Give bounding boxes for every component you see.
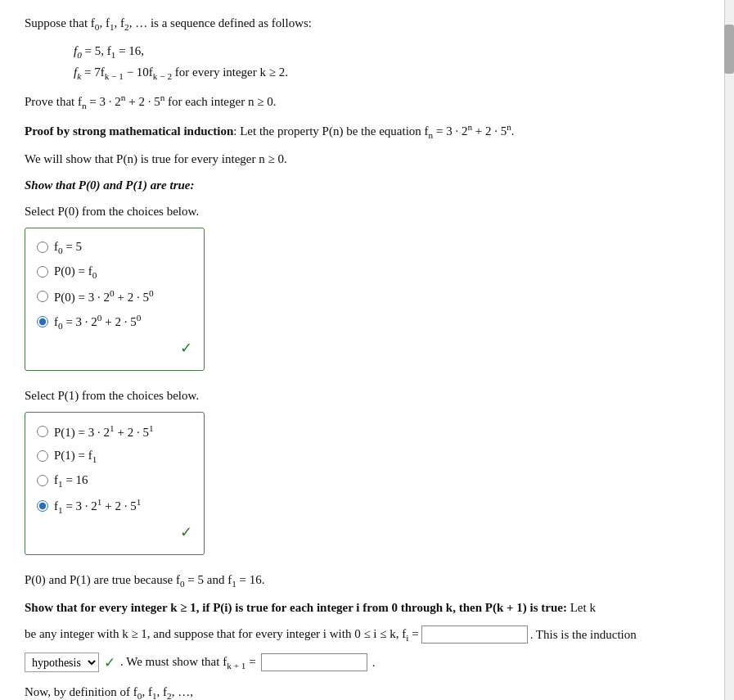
p0-choice-3-label: P(0) = 3 · 20 + 2 · 50 [54,286,154,307]
p1-choice-4-label: f1 = 3 · 21 + 2 · 51 [54,495,141,517]
sequence-definition: f0 = 5, f1 = 16, fk = 7fk − 1 − 10fk − 2… [74,41,709,84]
inductive-body: be any integer with k ≥ 1, and suppose t… [25,624,709,645]
p0p1-conclusion: P(0) and P(1) are true because f0 = 5 an… [25,570,709,591]
p1-choice-2-label: P(1) = f1 [54,445,97,467]
p1-radio-1[interactable] [37,426,48,437]
will-show: We will show that P(n) is true for every… [25,149,709,169]
p0-choice-4: f0 = 3 · 20 + 2 · 50 [37,310,192,333]
select-p0-label: Select P(0) from the choices below. [25,201,709,221]
p1-choice-box: P(1) = 3 · 21 + 2 · 51 P(1) = f1 f1 = 16… [25,412,205,555]
induction-fi-input[interactable] [421,625,528,644]
proof-by-induction: Proof by strong mathematical induction: … [25,120,709,142]
hypothesis-checkmark: ✓ [104,652,115,674]
p0-choice-box: f0 = 5 P(0) = f0 P(0) = 3 · 20 + 2 · 50 … [25,228,205,371]
hypothesis-dropdown-container: hypothesis conclusion premise [25,653,99,672]
def-line2: fk = 7fk − 1 − 10fk − 2 for every intege… [74,62,709,84]
p1-checkmark: ✓ [37,521,192,544]
p1-radio-2[interactable] [37,450,48,462]
p0-choice-3: P(0) = 3 · 20 + 2 · 50 [37,286,192,307]
hypothesis-row: hypothesis conclusion premise ✓ . We mus… [25,652,709,674]
p0-radio-3[interactable] [37,291,48,302]
select-p1-label: Select P(1) from the choices below. [25,386,709,405]
p1-radio-4[interactable] [37,500,48,512]
p0-choice-4-label: f0 = 3 · 20 + 2 · 50 [54,310,141,333]
p0-choice-2: P(0) = f0 [37,261,192,282]
p0-choice-1-label: f0 = 5 [54,237,82,258]
intro-paragraph: Suppose that f0, f1, f2, … is a sequence… [25,13,709,34]
hypothesis-dropdown[interactable]: hypothesis conclusion premise [25,653,99,672]
inductive-heading: Show that for every integer k ≥ 1, if P(… [25,598,709,617]
must-show-input[interactable] [261,653,367,671]
p1-choice-2: P(1) = f1 [37,445,192,467]
p0-checkmark: ✓ [37,336,192,360]
p0-choice-1: f0 = 5 [37,237,192,258]
p1-radio-3[interactable] [37,475,48,486]
show-p0p1-heading: Show that P(0) and P(1) are true: [25,175,709,195]
scrollbar-thumb[interactable] [724,25,734,74]
p0-choice-2-label: P(0) = f0 [54,261,97,282]
now-by-def: Now, by definition of f0, f1, f2, …, [25,682,709,700]
intro-text: Suppose that f0, f1, f2, … is a sequence… [25,16,312,29]
p0-radio-1[interactable] [37,242,48,253]
prove-statement: Prove that fn = 3 · 2n + 2 · 5n for each… [25,90,709,113]
p0-radio-4[interactable] [37,316,48,327]
scrollbar[interactable] [724,0,734,700]
p1-choice-1-label: P(1) = 3 · 21 + 2 · 51 [54,421,154,442]
def-line1: f0 = 5, f1 = 16, [74,41,709,62]
p1-choice-3: f1 = 16 [37,470,192,491]
p0-radio-2[interactable] [37,266,48,278]
p1-choice-3-label: f1 = 16 [54,470,88,491]
p1-choice-1: P(1) = 3 · 21 + 2 · 51 [37,421,192,442]
p1-choice-4: f1 = 3 · 21 + 2 · 51 [37,495,192,517]
